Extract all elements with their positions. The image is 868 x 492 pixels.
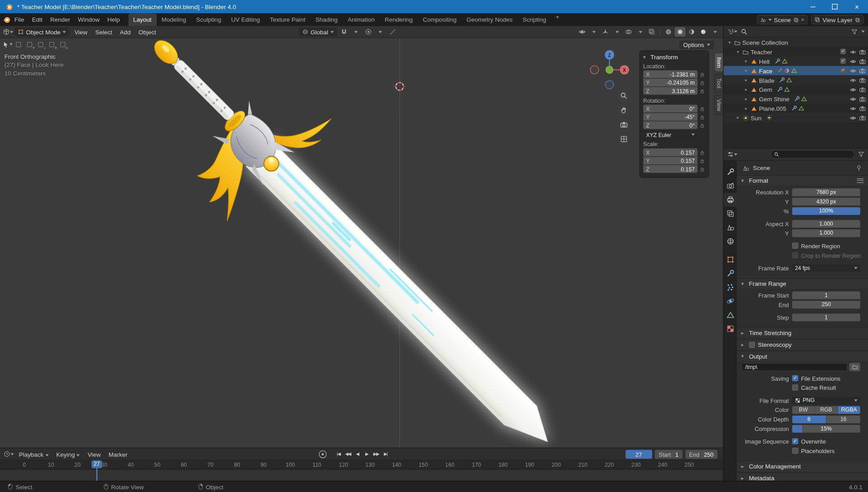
frame-range-panel-header[interactable]: ▾Frame Range <box>737 278 868 289</box>
rotation--x-field[interactable]: X0° <box>643 105 698 113</box>
location--z-field[interactable]: Z3.1126 m <box>643 87 698 95</box>
properties-tab-scene[interactable] <box>723 221 737 235</box>
disable-in-renders-camera-icon[interactable] <box>859 67 866 74</box>
workspace-tab-modeling[interactable]: Modeling <box>156 13 191 26</box>
aspect-x-field[interactable]: 1.000 <box>792 220 860 227</box>
hide-in-viewport-eye-icon[interactable] <box>850 95 857 102</box>
disable-in-renders-camera-icon[interactable] <box>859 86 866 93</box>
file-format-dropdown[interactable]: PNG <box>792 397 860 404</box>
new-view-layer-icon[interactable] <box>855 17 860 22</box>
zoom-icon[interactable] <box>618 90 629 102</box>
overlay-settings-caret[interactable] <box>635 27 645 37</box>
rotation--z-field[interactable]: Z0° <box>643 121 698 129</box>
gizmo-minus-x-axis[interactable] <box>591 66 599 74</box>
properties-tab-texture[interactable] <box>723 322 737 336</box>
shading-solid-button[interactable] <box>675 27 685 37</box>
resolution-percent-slider[interactable]: 100% <box>792 207 860 215</box>
presets-menu-icon[interactable] <box>857 178 864 183</box>
properties-editor-type-button[interactable] <box>727 150 737 159</box>
properties-tab-world[interactable] <box>723 234 737 248</box>
timeline-track-area[interactable] <box>0 470 723 481</box>
timeline-menu-marker[interactable]: Marker <box>105 451 131 458</box>
lock-icon[interactable] <box>699 149 705 155</box>
exclude-checkbox[interactable] <box>840 49 846 54</box>
workspace-tab-shading[interactable]: Shading <box>310 13 343 26</box>
format-panel-header[interactable]: ▾Format <box>737 175 868 185</box>
disable-in-renders-camera-icon[interactable] <box>859 95 866 102</box>
resolution-x-field[interactable]: 7680 px <box>792 188 860 196</box>
add-workspace-button[interactable]: + <box>551 13 563 26</box>
shading-settings-caret[interactable] <box>710 27 720 37</box>
stereoscopy-checkbox[interactable] <box>749 341 755 347</box>
frame-end-field[interactable]: 250 <box>792 301 860 308</box>
placeholders-checkbox[interactable]: Placeholders <box>792 447 860 454</box>
maximize-button[interactable] <box>824 0 846 13</box>
workspace-tab-rendering[interactable]: Rendering <box>380 13 418 26</box>
workspace-tab-sculpting[interactable]: Sculpting <box>191 13 226 26</box>
workspace-tab-uv-editing[interactable]: UV Editing <box>226 13 265 26</box>
scene-dropdown-caret[interactable] <box>768 19 771 21</box>
expand-arrow[interactable]: ▾ <box>727 40 732 45</box>
select-mode-invert-button[interactable]: × <box>47 40 56 49</box>
exclude-checkbox[interactable] <box>840 58 846 64</box>
lock-icon[interactable] <box>699 105 705 111</box>
viewport-menu-select[interactable]: Select <box>91 28 116 35</box>
options-dropdown[interactable]: Options <box>679 40 714 49</box>
auto-keying-button[interactable] <box>319 450 327 458</box>
properties-tab-modifiers[interactable] <box>723 266 737 280</box>
expand-arrow[interactable]: ▸ <box>743 78 749 83</box>
minimize-button[interactable] <box>802 0 824 13</box>
timeline-editor-type-button[interactable] <box>3 449 14 459</box>
menu-help[interactable]: Help <box>103 13 124 26</box>
properties-search-input[interactable] <box>770 150 854 158</box>
timeline-ruler[interactable]: 0102030405060708090100110120130140150160… <box>0 460 723 470</box>
scale--y-field[interactable]: Y0.157 <box>643 157 698 165</box>
blender-logo-icon[interactable] <box>2 15 10 24</box>
lock-icon[interactable] <box>699 88 705 94</box>
expand-arrow[interactable]: ▸ <box>743 59 749 64</box>
expand-arrow[interactable]: ▸ <box>735 115 741 120</box>
outliner-row-gem-shine[interactable]: ▸Gem Shine <box>723 94 868 104</box>
xray-toggle-button[interactable] <box>647 27 657 37</box>
current-frame-field[interactable]: 27 <box>625 449 652 459</box>
metadata-panel-header[interactable]: ▸Metadata <box>737 473 868 481</box>
overwrite-checkbox[interactable]: Overwrite <box>792 438 860 445</box>
lock-icon[interactable] <box>699 71 705 77</box>
outliner-row-gem[interactable]: ▸Gem <box>723 85 868 94</box>
lock-icon[interactable] <box>699 166 705 172</box>
location--x-field[interactable]: X-1.2381 m <box>643 71 698 78</box>
new-scene-icon[interactable] <box>793 17 799 22</box>
properties-tab-object[interactable] <box>723 253 737 267</box>
properties-tab-output[interactable] <box>723 193 737 207</box>
outliner-filter-icon[interactable] <box>851 28 858 35</box>
viewport-menu-object[interactable]: Object <box>135 28 160 35</box>
expand-arrow[interactable]: ▸ <box>743 106 749 111</box>
outliner-row-plane-005[interactable]: ▸Plane.005 <box>723 104 868 113</box>
select-mode-subtract-button[interactable]: − <box>35 40 45 49</box>
exclude-checkbox[interactable] <box>840 67 846 73</box>
hide-in-viewport-eye-icon[interactable] <box>850 77 857 84</box>
hide-in-viewport-eye-icon[interactable] <box>850 86 857 93</box>
disable-in-renders-camera-icon[interactable] <box>859 58 866 65</box>
stereoscopy-panel-header[interactable]: ▸Stereoscopy <box>737 339 868 350</box>
frame-start-header-field[interactable]: Start1 <box>655 449 682 459</box>
proportional-falloff-caret[interactable] <box>375 27 385 37</box>
browse-folder-icon[interactable] <box>849 363 860 371</box>
snap-settings-caret[interactable] <box>351 27 361 37</box>
object-type-visibility-button[interactable] <box>577 27 587 37</box>
camera-view-icon[interactable] <box>618 119 629 130</box>
select-mode-intersect-button[interactable]: ∩ <box>57 40 67 49</box>
outliner-row-scene-collection[interactable]: ▾Scene Collection <box>723 38 868 47</box>
sword-object[interactable] <box>102 38 602 448</box>
disable-in-renders-camera-icon[interactable] <box>859 114 866 121</box>
outliner-row-blade[interactable]: ▸Blade <box>723 76 868 85</box>
play-reverse-button[interactable]: ◀ <box>353 449 361 459</box>
scale--z-field[interactable]: Z0.157 <box>643 165 698 173</box>
hide-in-viewport-eye-icon[interactable] <box>850 48 857 55</box>
outliner-editor-type-button[interactable] <box>727 27 737 36</box>
perspective-toggle-icon[interactable] <box>618 133 629 145</box>
hide-in-viewport-eye-icon[interactable] <box>850 58 857 65</box>
properties-tab-tool[interactable] <box>723 165 737 179</box>
frame-rate-dropdown[interactable]: 24 fps <box>792 264 860 272</box>
workspace-tab-geometry-nodes[interactable]: Geometry Nodes <box>462 13 518 26</box>
